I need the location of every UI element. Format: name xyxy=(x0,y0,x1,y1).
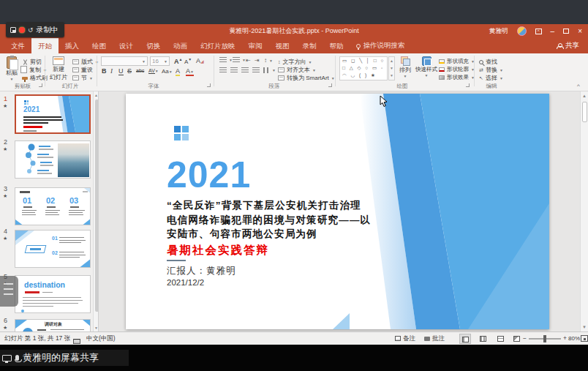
strikethrough-button[interactable]: S xyxy=(127,67,132,75)
copy-button[interactable]: 复制▼ xyxy=(22,66,47,74)
shape-fill-button[interactable]: 形状填充▼ xyxy=(439,58,475,65)
tab-transitions[interactable]: 切换 xyxy=(140,38,167,53)
increase-indent-button[interactable]: ⇥ xyxy=(255,57,260,64)
scroll-down-icon[interactable]: ▼ xyxy=(94,326,99,330)
decrease-indent-button[interactable]: ⇤ xyxy=(246,57,251,64)
slide-canvas[interactable]: 2021 “全民反诈”背景下基层公安机关打击治理 电信网络诈骗犯罪的困境与对策研… xyxy=(126,94,549,329)
shapes-gallery-scroll[interactable]: ▲▼▼ xyxy=(388,56,395,80)
slide-sorter-view-button[interactable] xyxy=(477,334,489,344)
scroll-up-icon[interactable]: ▲ xyxy=(94,93,99,97)
arrange-button[interactable]: 排列 ▼ xyxy=(396,56,414,78)
line-spacing-button[interactable]: ↕▼ xyxy=(264,57,273,64)
bullets-button[interactable]: ▼ xyxy=(219,57,233,63)
format-painter-button[interactable]: 格式刷 xyxy=(22,74,48,82)
close-button[interactable]: × xyxy=(578,24,582,38)
tab-review[interactable]: 审阅 xyxy=(242,38,269,53)
replace-button[interactable]: ⇄替换▼ xyxy=(479,66,503,74)
font-size-combo[interactable]: 16▼ xyxy=(150,56,170,66)
font-dialog-launcher-icon[interactable] xyxy=(207,83,211,87)
tab-animations[interactable]: 动画 xyxy=(167,38,194,53)
new-slide-button[interactable]: 新建 幻灯片 xyxy=(47,56,70,81)
shape-effects-button[interactable]: 形状效果▼ xyxy=(439,74,475,81)
editor-scrollbar[interactable]: ▲ ▼ xyxy=(580,91,588,331)
maximize-button[interactable] xyxy=(563,29,569,34)
animation-star-icon[interactable]: ★ xyxy=(3,236,7,241)
zoom-in-button[interactable]: + xyxy=(563,332,567,345)
comments-button[interactable]: 批注 xyxy=(424,332,445,345)
undo-icon[interactable]: ↺ xyxy=(28,26,34,34)
animation-star-icon[interactable]: ★ xyxy=(3,193,7,199)
language-indicator[interactable]: 中文(中国) xyxy=(86,332,116,345)
shapes-gallery[interactable]: ▭ ◻ ╲ │ □ ○□ △ ◇ ○ ▭ ◦◠ ◡ ( ) ★ xyxy=(339,56,388,80)
slideshow-view-button[interactable] xyxy=(510,334,522,344)
slide-thumbnail-4[interactable]: 01 02 xyxy=(15,230,91,268)
signed-in-user[interactable]: 黄雅明 xyxy=(489,27,508,36)
text-shadow-button[interactable]: abc xyxy=(136,68,144,73)
scroll-down-icon[interactable]: ▼ xyxy=(581,325,588,329)
change-case-button[interactable]: Aa▼ xyxy=(162,68,173,75)
quick-styles-button[interactable]: 快速样式 ▼ xyxy=(414,56,439,78)
slide-thumbnail-2[interactable] xyxy=(15,140,91,179)
grow-font-button[interactable]: A▲ xyxy=(174,57,182,65)
align-left-button[interactable] xyxy=(219,67,227,73)
minimize-button[interactable]: – xyxy=(551,24,555,38)
text-direction-button[interactable]: ↕文字方向▼ xyxy=(278,58,312,66)
slide-thumbnail-5[interactable]: destination xyxy=(15,275,91,313)
drawing-dialog-launcher-icon[interactable] xyxy=(466,83,470,87)
section-button[interactable]: 节▼ xyxy=(72,74,93,82)
ribbon-display-options-button[interactable]: ^ xyxy=(535,29,542,34)
animation-star-icon[interactable]: ★ xyxy=(3,325,7,331)
find-button[interactable]: 查找 xyxy=(479,58,497,66)
share-button[interactable]: 共享 xyxy=(548,38,588,53)
align-text-button[interactable]: 对齐文本▼ xyxy=(278,66,316,74)
font-name-combo[interactable]: ▼ xyxy=(101,56,148,66)
clear-formatting-button[interactable]: A◢ xyxy=(196,57,204,64)
layout-button[interactable]: 版式▼ xyxy=(72,58,99,66)
user-avatar[interactable] xyxy=(517,26,527,36)
clipboard-dialog-launcher-icon[interactable] xyxy=(39,83,42,87)
tab-design[interactable]: 设计 xyxy=(113,38,140,53)
highlight-color-button[interactable]: A xyxy=(176,67,180,76)
screen-share-indicator[interactable]: 黄雅明的屏幕共享 xyxy=(0,350,129,366)
reset-button[interactable]: 重设 xyxy=(72,66,93,74)
shrink-font-button[interactable]: A▼ xyxy=(184,57,192,65)
character-spacing-button[interactable]: AV▼ xyxy=(148,68,159,73)
save-icon[interactable] xyxy=(10,27,16,33)
columns-button[interactable]: ▼ xyxy=(263,67,276,73)
thumbnail-scrollbar[interactable]: ▲ ▼ xyxy=(93,91,99,331)
bold-button[interactable]: B xyxy=(102,67,107,75)
italic-button[interactable]: I xyxy=(110,67,113,75)
scroll-up-icon[interactable]: ▲ xyxy=(581,94,588,98)
underline-button[interactable]: U xyxy=(118,67,124,75)
tab-help[interactable]: 帮助 xyxy=(323,38,350,53)
fit-slide-to-window-button[interactable] xyxy=(581,335,588,342)
paste-button[interactable]: 粘贴 ▼ xyxy=(3,56,20,81)
tab-file[interactable]: 文件 xyxy=(4,38,31,53)
align-right-button[interactable] xyxy=(241,67,249,73)
smartart-button[interactable]: 转换为 SmartArt▼ xyxy=(278,74,335,82)
tab-insert[interactable]: 插入 xyxy=(59,38,86,53)
tab-draw[interactable]: 绘图 xyxy=(86,38,113,53)
zoom-percentage[interactable]: 80% xyxy=(568,332,580,345)
select-button[interactable]: ↖选择▼ xyxy=(479,74,503,82)
tab-view[interactable]: 视图 xyxy=(269,38,296,53)
tab-record[interactable]: 录制 xyxy=(296,38,323,53)
numbering-button[interactable]: ▼ xyxy=(233,57,246,63)
zoom-slider-thumb[interactable] xyxy=(543,335,546,342)
slide-thumbnail-1[interactable]: 2021 xyxy=(15,94,91,134)
tab-slideshow[interactable]: 幻灯片放映 xyxy=(194,38,242,53)
meeting-panel-handle[interactable] xyxy=(0,276,18,307)
font-color-button[interactable]: A▼ xyxy=(186,67,194,76)
paragraph-dialog-launcher-icon[interactable] xyxy=(328,83,332,87)
slide-thumbnail-6[interactable]: 调研对象 xyxy=(15,319,91,331)
recording-indicator[interactable]: ↺ 录制中 xyxy=(6,22,64,37)
collapse-ribbon-icon[interactable]: ^ xyxy=(577,83,580,89)
normal-view-button[interactable] xyxy=(459,334,471,344)
justify-button[interactable] xyxy=(252,67,260,73)
tell-me-search[interactable]: 操作说明搜索 xyxy=(350,38,411,53)
shape-outline-button[interactable]: 形状轮廓▼ xyxy=(439,66,475,73)
cut-button[interactable]: 剪切 xyxy=(22,58,42,66)
notes-button[interactable]: 备注 xyxy=(395,332,415,345)
animation-star-icon[interactable]: ★ xyxy=(3,103,7,109)
reading-view-button[interactable] xyxy=(494,334,506,344)
